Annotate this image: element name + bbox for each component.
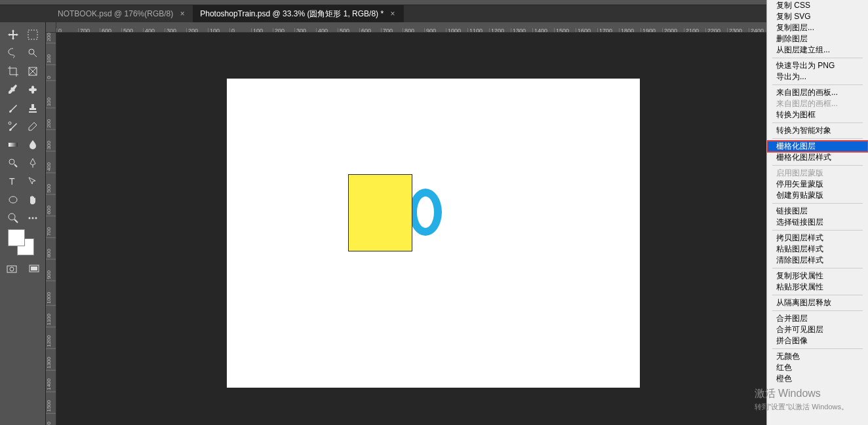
vertical-ruler[interactable]: 2001000100200300400500600700800900100011…: [46, 33, 56, 425]
menu-item[interactable]: 清除图层样式: [767, 255, 868, 266]
menu-item[interactable]: 从隔离图层释放: [767, 297, 868, 308]
color-swatches[interactable]: [8, 229, 34, 255]
edit-toolbar[interactable]: [25, 211, 41, 225]
horizontal-ruler[interactable]: 0700600500400300200100010020030040050060…: [56, 22, 786, 33]
menu-item: 来自图层的画框...: [767, 98, 868, 109]
ruler-tick: 2200: [705, 28, 720, 32]
menu-item[interactable]: 拼合图像: [767, 335, 868, 346]
hand-tool[interactable]: [25, 193, 41, 207]
canvas-viewport[interactable]: [56, 33, 786, 425]
brush-tool[interactable]: [5, 101, 21, 115]
ruler-tick: 400: [143, 28, 155, 32]
rounded-rectangle-shape[interactable]: [348, 174, 412, 251]
crop-tool[interactable]: [5, 64, 21, 79]
dodge-tool[interactable]: [5, 156, 21, 170]
menu-item[interactable]: 导出为...: [767, 71, 868, 83]
menu-item[interactable]: 栅格化图层样式: [767, 152, 868, 163]
menu-item[interactable]: 来自图层的画板...: [767, 87, 868, 98]
menu-item[interactable]: 转换为智能对象: [767, 125, 868, 136]
ruler-tick: 1900: [641, 28, 656, 32]
svg-rect-6: [9, 143, 18, 147]
pen-tool[interactable]: [25, 156, 41, 170]
document-tab[interactable]: NOTBOOK.psd @ 176%(RGB/8) ×: [51, 5, 193, 22]
eyedropper-tool[interactable]: [5, 83, 21, 97]
layer-context-menu: 复制 CSS复制 SVG复制图层...删除图层从图层建立组...快速导出为 PN…: [766, 0, 868, 425]
menu-item[interactable]: 栅格化图层: [767, 141, 868, 152]
tab-label: PhotoshopTrain.psd @ 33.3% (圆角矩形 1, RGB/…: [200, 9, 384, 20]
shape-tool[interactable]: [5, 193, 21, 207]
quick-select-tool[interactable]: [25, 46, 41, 60]
ellipse-shape[interactable]: [409, 189, 442, 236]
ruler-tick: 500: [121, 28, 133, 32]
menu-item[interactable]: 快速导出为 PNG: [767, 60, 868, 71]
menu-separator: [772, 348, 863, 349]
ruler-tick: 200: [46, 33, 56, 43]
foreground-color[interactable]: [8, 229, 25, 246]
menu-item[interactable]: 复制形状属性: [767, 270, 868, 282]
menu-item[interactable]: 删除图层: [767, 33, 868, 45]
history-brush-tool[interactable]: [5, 119, 21, 134]
ruler-tick: 1000: [446, 28, 461, 32]
menu-item[interactable]: 合并可见图层: [767, 324, 868, 335]
menu-item[interactable]: 拷贝图层样式: [767, 232, 868, 244]
move-tool[interactable]: [5, 28, 21, 42]
path-select-tool[interactable]: [25, 174, 41, 189]
ruler-tick: 0: [229, 28, 235, 32]
ruler-tick: 0: [56, 28, 62, 32]
close-icon[interactable]: ×: [389, 10, 397, 18]
ruler-tick: 100: [46, 98, 56, 108]
menu-item[interactable]: 复制图层...: [767, 22, 868, 33]
menu-item[interactable]: 橙色: [767, 373, 868, 384]
screen-mode-tool[interactable]: [26, 262, 42, 276]
lasso-tool[interactable]: [5, 46, 21, 60]
type-tool[interactable]: T: [5, 174, 21, 189]
gradient-tool[interactable]: [5, 138, 21, 152]
ruler-tick: 1400: [532, 28, 547, 32]
zoom-tool[interactable]: [5, 211, 21, 225]
svg-point-1: [29, 49, 34, 54]
canvas-area: 0700600500400300200100010020030040050060…: [46, 22, 786, 425]
document-tab[interactable]: PhotoshopTrain.psd @ 33.3% (圆角矩形 1, RGB/…: [193, 5, 404, 22]
ruler-tick: 1000: [46, 292, 56, 306]
menu-item[interactable]: 复制 CSS: [767, 0, 868, 11]
frame-tool[interactable]: [25, 64, 41, 79]
menu-item[interactable]: 红色: [767, 362, 868, 373]
menu-item: 启用图层蒙版: [767, 168, 868, 179]
menu-item[interactable]: 合并图层: [767, 313, 868, 324]
ruler-tick: 0: [46, 76, 56, 81]
menu-item[interactable]: 粘贴图层样式: [767, 244, 868, 255]
menu-separator: [772, 203, 863, 204]
ruler-tick: 2400: [749, 28, 764, 32]
menu-item[interactable]: 粘贴形状属性: [767, 282, 868, 293]
marquee-tool[interactable]: [25, 28, 41, 42]
menu-item[interactable]: 创建剪贴蒙版: [767, 190, 868, 201]
svg-point-13: [35, 217, 37, 219]
blur-tool[interactable]: [25, 138, 41, 152]
svg-point-10: [9, 213, 15, 220]
svg-rect-0: [28, 30, 37, 39]
menu-item[interactable]: 停用矢量蒙版: [767, 179, 868, 190]
healing-tool[interactable]: [25, 83, 41, 97]
ruler-tick: 800: [46, 249, 56, 259]
close-icon[interactable]: ×: [178, 10, 186, 18]
menu-item[interactable]: 选择链接图层: [767, 217, 868, 228]
menu-item[interactable]: 转换为图框: [767, 109, 868, 120]
svg-rect-17: [31, 267, 37, 270]
ruler-tick: 100: [46, 54, 56, 65]
stamp-tool[interactable]: [25, 101, 41, 115]
menu-separator: [772, 165, 863, 166]
quick-mask-tool[interactable]: [4, 262, 20, 276]
menu-item[interactable]: 无颜色: [767, 351, 868, 362]
menu-item[interactable]: 从图层建立组...: [767, 45, 868, 56]
menu-item[interactable]: 链接图层: [767, 206, 868, 217]
ruler-tick: 100: [208, 28, 220, 32]
ruler-origin[interactable]: [46, 22, 56, 33]
menu-separator: [772, 310, 863, 311]
svg-point-7: [9, 159, 14, 164]
eraser-tool[interactable]: [25, 119, 41, 134]
ruler-tick: 1200: [489, 28, 504, 32]
ruler-tick: 900: [424, 28, 436, 32]
svg-point-15: [10, 267, 14, 271]
menu-item[interactable]: 复制 SVG: [767, 11, 868, 22]
artboard[interactable]: [227, 79, 640, 388]
